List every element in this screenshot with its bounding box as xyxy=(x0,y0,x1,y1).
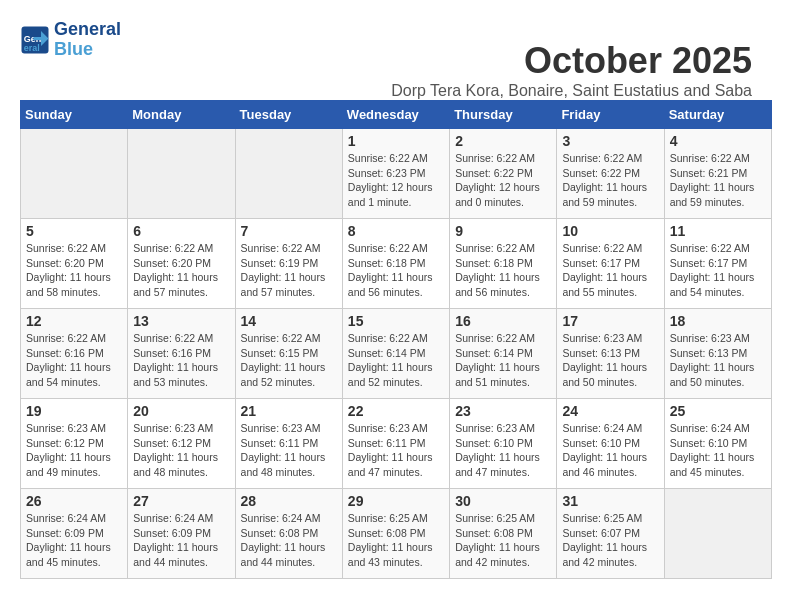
calendar-cell: 31Sunrise: 6:25 AM Sunset: 6:07 PM Dayli… xyxy=(557,489,664,579)
calendar-cell: 9Sunrise: 6:22 AM Sunset: 6:18 PM Daylig… xyxy=(450,219,557,309)
day-info: Sunrise: 6:25 AM Sunset: 6:07 PM Dayligh… xyxy=(562,511,658,570)
day-number: 15 xyxy=(348,313,444,329)
calendar-cell: 27Sunrise: 6:24 AM Sunset: 6:09 PM Dayli… xyxy=(128,489,235,579)
day-number: 29 xyxy=(348,493,444,509)
calendar-cell: 26Sunrise: 6:24 AM Sunset: 6:09 PM Dayli… xyxy=(21,489,128,579)
calendar-cell: 16Sunrise: 6:22 AM Sunset: 6:14 PM Dayli… xyxy=(450,309,557,399)
day-info: Sunrise: 6:22 AM Sunset: 6:16 PM Dayligh… xyxy=(26,331,122,390)
day-info: Sunrise: 6:22 AM Sunset: 6:17 PM Dayligh… xyxy=(562,241,658,300)
calendar-cell: 5Sunrise: 6:22 AM Sunset: 6:20 PM Daylig… xyxy=(21,219,128,309)
month-title: October 2025 xyxy=(391,40,752,82)
calendar-cell: 1Sunrise: 6:22 AM Sunset: 6:23 PM Daylig… xyxy=(342,129,449,219)
calendar-cell: 6Sunrise: 6:22 AM Sunset: 6:20 PM Daylig… xyxy=(128,219,235,309)
day-number: 2 xyxy=(455,133,551,149)
logo-line2: Blue xyxy=(54,40,121,60)
day-info: Sunrise: 6:22 AM Sunset: 6:18 PM Dayligh… xyxy=(455,241,551,300)
weekday-header-saturday: Saturday xyxy=(664,101,771,129)
day-number: 19 xyxy=(26,403,122,419)
day-number: 17 xyxy=(562,313,658,329)
weekday-header-thursday: Thursday xyxy=(450,101,557,129)
calendar-cell: 19Sunrise: 6:23 AM Sunset: 6:12 PM Dayli… xyxy=(21,399,128,489)
weekday-header-monday: Monday xyxy=(128,101,235,129)
day-info: Sunrise: 6:22 AM Sunset: 6:22 PM Dayligh… xyxy=(562,151,658,210)
day-info: Sunrise: 6:23 AM Sunset: 6:12 PM Dayligh… xyxy=(26,421,122,480)
calendar-cell: 11Sunrise: 6:22 AM Sunset: 6:17 PM Dayli… xyxy=(664,219,771,309)
calendar-cell: 24Sunrise: 6:24 AM Sunset: 6:10 PM Dayli… xyxy=(557,399,664,489)
day-info: Sunrise: 6:24 AM Sunset: 6:10 PM Dayligh… xyxy=(670,421,766,480)
day-info: Sunrise: 6:24 AM Sunset: 6:10 PM Dayligh… xyxy=(562,421,658,480)
day-number: 4 xyxy=(670,133,766,149)
day-number: 13 xyxy=(133,313,229,329)
day-info: Sunrise: 6:22 AM Sunset: 6:17 PM Dayligh… xyxy=(670,241,766,300)
day-number: 27 xyxy=(133,493,229,509)
day-number: 20 xyxy=(133,403,229,419)
calendar-cell: 8Sunrise: 6:22 AM Sunset: 6:18 PM Daylig… xyxy=(342,219,449,309)
calendar-table: SundayMondayTuesdayWednesdayThursdayFrid… xyxy=(20,100,772,579)
day-number: 18 xyxy=(670,313,766,329)
day-info: Sunrise: 6:22 AM Sunset: 6:20 PM Dayligh… xyxy=(26,241,122,300)
day-number: 23 xyxy=(455,403,551,419)
day-number: 7 xyxy=(241,223,337,239)
calendar-cell xyxy=(21,129,128,219)
calendar-header-row: SundayMondayTuesdayWednesdayThursdayFrid… xyxy=(21,101,772,129)
day-number: 22 xyxy=(348,403,444,419)
day-info: Sunrise: 6:24 AM Sunset: 6:09 PM Dayligh… xyxy=(133,511,229,570)
calendar-week-row: 12Sunrise: 6:22 AM Sunset: 6:16 PM Dayli… xyxy=(21,309,772,399)
day-number: 16 xyxy=(455,313,551,329)
calendar-week-row: 26Sunrise: 6:24 AM Sunset: 6:09 PM Dayli… xyxy=(21,489,772,579)
weekday-header-tuesday: Tuesday xyxy=(235,101,342,129)
calendar-cell: 23Sunrise: 6:23 AM Sunset: 6:10 PM Dayli… xyxy=(450,399,557,489)
day-info: Sunrise: 6:25 AM Sunset: 6:08 PM Dayligh… xyxy=(455,511,551,570)
day-info: Sunrise: 6:22 AM Sunset: 6:23 PM Dayligh… xyxy=(348,151,444,210)
calendar-cell: 18Sunrise: 6:23 AM Sunset: 6:13 PM Dayli… xyxy=(664,309,771,399)
calendar-cell xyxy=(664,489,771,579)
title-section: October 2025 Dorp Tera Kora, Bonaire, Sa… xyxy=(391,40,752,100)
day-number: 5 xyxy=(26,223,122,239)
day-info: Sunrise: 6:22 AM Sunset: 6:15 PM Dayligh… xyxy=(241,331,337,390)
weekday-header-sunday: Sunday xyxy=(21,101,128,129)
calendar-cell: 29Sunrise: 6:25 AM Sunset: 6:08 PM Dayli… xyxy=(342,489,449,579)
day-info: Sunrise: 6:23 AM Sunset: 6:11 PM Dayligh… xyxy=(348,421,444,480)
day-number: 14 xyxy=(241,313,337,329)
day-info: Sunrise: 6:23 AM Sunset: 6:13 PM Dayligh… xyxy=(670,331,766,390)
day-info: Sunrise: 6:23 AM Sunset: 6:11 PM Dayligh… xyxy=(241,421,337,480)
calendar-cell: 17Sunrise: 6:23 AM Sunset: 6:13 PM Dayli… xyxy=(557,309,664,399)
calendar-week-row: 1Sunrise: 6:22 AM Sunset: 6:23 PM Daylig… xyxy=(21,129,772,219)
calendar-cell: 30Sunrise: 6:25 AM Sunset: 6:08 PM Dayli… xyxy=(450,489,557,579)
day-info: Sunrise: 6:22 AM Sunset: 6:16 PM Dayligh… xyxy=(133,331,229,390)
day-info: Sunrise: 6:24 AM Sunset: 6:09 PM Dayligh… xyxy=(26,511,122,570)
day-number: 10 xyxy=(562,223,658,239)
logo-line1: General xyxy=(54,20,121,40)
calendar-cell: 3Sunrise: 6:22 AM Sunset: 6:22 PM Daylig… xyxy=(557,129,664,219)
day-info: Sunrise: 6:25 AM Sunset: 6:08 PM Dayligh… xyxy=(348,511,444,570)
day-info: Sunrise: 6:23 AM Sunset: 6:12 PM Dayligh… xyxy=(133,421,229,480)
day-info: Sunrise: 6:22 AM Sunset: 6:18 PM Dayligh… xyxy=(348,241,444,300)
day-info: Sunrise: 6:22 AM Sunset: 6:20 PM Dayligh… xyxy=(133,241,229,300)
top-area: Gen eral General Blue October 2025 Dorp … xyxy=(20,20,772,90)
day-number: 26 xyxy=(26,493,122,509)
day-number: 11 xyxy=(670,223,766,239)
calendar-week-row: 19Sunrise: 6:23 AM Sunset: 6:12 PM Dayli… xyxy=(21,399,772,489)
calendar-cell: 28Sunrise: 6:24 AM Sunset: 6:08 PM Dayli… xyxy=(235,489,342,579)
day-info: Sunrise: 6:22 AM Sunset: 6:14 PM Dayligh… xyxy=(348,331,444,390)
day-number: 24 xyxy=(562,403,658,419)
day-info: Sunrise: 6:22 AM Sunset: 6:21 PM Dayligh… xyxy=(670,151,766,210)
day-number: 9 xyxy=(455,223,551,239)
calendar-cell: 2Sunrise: 6:22 AM Sunset: 6:22 PM Daylig… xyxy=(450,129,557,219)
day-info: Sunrise: 6:24 AM Sunset: 6:08 PM Dayligh… xyxy=(241,511,337,570)
day-number: 28 xyxy=(241,493,337,509)
calendar-cell: 7Sunrise: 6:22 AM Sunset: 6:19 PM Daylig… xyxy=(235,219,342,309)
day-number: 3 xyxy=(562,133,658,149)
calendar-cell: 4Sunrise: 6:22 AM Sunset: 6:21 PM Daylig… xyxy=(664,129,771,219)
day-number: 1 xyxy=(348,133,444,149)
calendar-cell: 10Sunrise: 6:22 AM Sunset: 6:17 PM Dayli… xyxy=(557,219,664,309)
day-number: 12 xyxy=(26,313,122,329)
day-info: Sunrise: 6:22 AM Sunset: 6:19 PM Dayligh… xyxy=(241,241,337,300)
day-number: 30 xyxy=(455,493,551,509)
day-number: 25 xyxy=(670,403,766,419)
day-info: Sunrise: 6:22 AM Sunset: 6:22 PM Dayligh… xyxy=(455,151,551,210)
subtitle: Dorp Tera Kora, Bonaire, Saint Eustatius… xyxy=(391,82,752,100)
calendar-cell: 12Sunrise: 6:22 AM Sunset: 6:16 PM Dayli… xyxy=(21,309,128,399)
calendar-week-row: 5Sunrise: 6:22 AM Sunset: 6:20 PM Daylig… xyxy=(21,219,772,309)
calendar-cell: 15Sunrise: 6:22 AM Sunset: 6:14 PM Dayli… xyxy=(342,309,449,399)
